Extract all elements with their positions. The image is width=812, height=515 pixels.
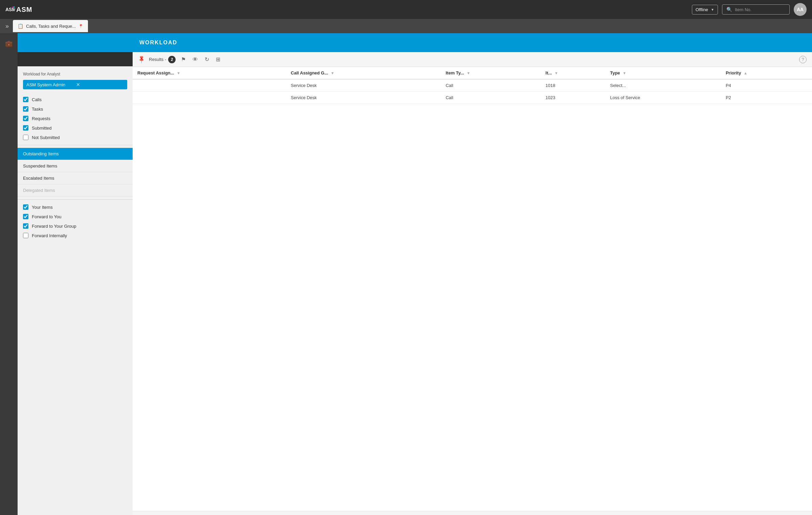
forward-to-group-label: Forward to Your Group [32,224,76,229]
requests-label: Requests [32,116,50,121]
data-table-container: Request Assign... ▼ Call Assigned G... ▼… [133,67,812,511]
workload-title: WORKLOAD [139,40,177,46]
tab-pin-icon: 📍 [78,24,83,28]
checkbox-forward-to-you[interactable]: Forward to You [23,212,127,221]
cell-item-no: 1018 [541,79,605,92]
help-button[interactable]: ? [799,56,807,63]
cell-type: Select... [605,79,721,92]
divider-1 [18,145,133,145]
col-type: Type ▼ [605,67,721,79]
checkbox-tasks[interactable]: Tasks [23,104,127,114]
cell-call-assigned: Service Desk [286,79,441,92]
your-items-label: Your Items [32,205,53,210]
cell-type: Loss of Service [605,92,721,104]
left-panel-body: Workload for Analyst ASM System Admin ✕ … [18,66,133,515]
tab-bar: » 📋 Calls, Tasks and Reque... 📍 [0,19,812,33]
filter-request-assign-icon[interactable]: ▼ [177,71,180,75]
top-navbar: ASM ASM Offline ▼ 🔍 AA [0,0,812,19]
table-header-row: Request Assign... ▼ Call Assigned G... ▼… [133,67,812,79]
escalated-items-item[interactable]: Escalated Items [18,172,133,184]
filter-item-type-icon[interactable]: ▼ [467,71,470,75]
submitted-label: Submitted [32,126,52,131]
checkbox-not-submitted[interactable]: Not Submitted [23,133,127,142]
forward-to-group-checkbox[interactable] [23,223,28,229]
analyst-input: ASM System Admin ✕ [23,80,127,89]
your-items-checkbox[interactable] [23,204,28,210]
forward-internally-label: Forward Internally [32,233,67,238]
flag-icon[interactable]: ⚑ [180,55,187,64]
divider-2 [18,199,133,200]
checkbox-calls[interactable]: Calls [23,95,127,104]
bottom-scrollbar [133,511,812,515]
toolbar: 📌 Results - 2 ⚑ 👁 ↻ ⊞ ? [133,52,812,67]
calls-label: Calls [32,97,42,102]
briefcase-icon[interactable]: 💼 [2,37,15,50]
results-count-badge: 2 [168,56,176,63]
cell-priority: P4 [721,79,812,92]
avatar[interactable]: AA [794,3,807,16]
not-submitted-label: Not Submitted [32,135,60,140]
col-priority: Priority ▲ [721,67,812,79]
filter-call-assigned-icon[interactable]: ▼ [331,71,334,75]
status-label: Offline [696,7,708,12]
checkbox-requests[interactable]: Requests [23,114,127,123]
app-name: ASM [16,6,32,14]
left-panel-subheader [18,52,133,66]
col-request-assign: Request Assign... ▼ [133,67,286,79]
checkbox-forward-to-group[interactable]: Forward to Your Group [23,221,127,231]
sort-priority-icon[interactable]: ▲ [744,71,747,75]
forward-to-you-label: Forward to You [32,214,61,219]
requests-checkbox[interactable] [23,116,28,121]
main-content: 💼 Workload for Analyst ASM System Admin … [0,33,812,515]
cell-item-type: Call [441,92,541,104]
left-panel: Workload for Analyst ASM System Admin ✕ … [18,33,133,515]
suspended-items-item[interactable]: Suspended Items [18,160,133,172]
checkbox-your-items[interactable]: Your Items [23,202,127,212]
cell-priority: P2 [721,92,812,104]
refresh-icon[interactable]: ↻ [203,55,210,64]
status-dropdown[interactable]: Offline ▼ [692,5,718,15]
col-item-type: Item Ty... ▼ [441,67,541,79]
cell-request-assign [133,79,286,92]
clear-analyst-button[interactable]: ✕ [76,82,124,87]
logo-area: ASM ASM [5,5,32,14]
checkbox-forward-internally[interactable]: Forward Internally [23,231,127,240]
forward-internally-checkbox[interactable] [23,233,28,238]
table-row[interactable]: Service Desk Call 1023 Loss of Service P… [133,92,812,104]
filter-item-no-icon[interactable]: ▼ [555,71,558,75]
col-item-no: It... ▼ [541,67,605,79]
icon-sidebar: 💼 [0,33,18,515]
outstanding-items-item[interactable]: Outstanding Items [18,148,133,160]
not-submitted-checkbox[interactable] [23,135,28,140]
expand-sidebar-button[interactable]: » [3,23,12,30]
tasks-label: Tasks [32,107,43,112]
results-label: Results - 2 [149,56,176,63]
cell-call-assigned: Service Desk [286,92,441,104]
eye-icon[interactable]: 👁 [191,55,199,64]
search-input[interactable] [735,7,785,12]
calls-checkbox[interactable] [23,97,28,102]
analyst-name: ASM System Admin [26,82,74,87]
tab-document-icon: 📋 [18,23,23,29]
cell-request-assign [133,92,286,104]
chevron-down-icon: ▼ [711,8,714,12]
checkbox-submitted[interactable]: Submitted [23,123,127,133]
col-call-assigned-g: Call Assigned G... ▼ [286,67,441,79]
left-panel-header [18,33,133,52]
tab-calls-tasks[interactable]: 📋 Calls, Tasks and Reque... 📍 [13,20,88,32]
filter-type-icon[interactable]: ▼ [623,71,626,75]
right-panel: WORKLOAD 📌 Results - 2 ⚑ 👁 ↻ ⊞ ? Reque [133,33,812,515]
search-bar: 🔍 [722,4,790,15]
search-icon: 🔍 [726,7,732,12]
table-row[interactable]: Service Desk Call 1018 Select... P4 [133,79,812,92]
tasks-checkbox[interactable] [23,106,28,112]
forward-to-you-checkbox[interactable] [23,214,28,219]
pin-icon[interactable]: 📌 [137,55,146,64]
tab-label: Calls, Tasks and Reque... [26,24,76,29]
delegated-items-item: Delegated Items [18,184,133,197]
cell-item-type: Call [441,79,541,92]
workload-for-analyst-label: Workload for Analyst [23,72,127,76]
cell-item-no: 1023 [541,92,605,104]
grid-icon[interactable]: ⊞ [215,55,222,64]
submitted-checkbox[interactable] [23,125,28,131]
